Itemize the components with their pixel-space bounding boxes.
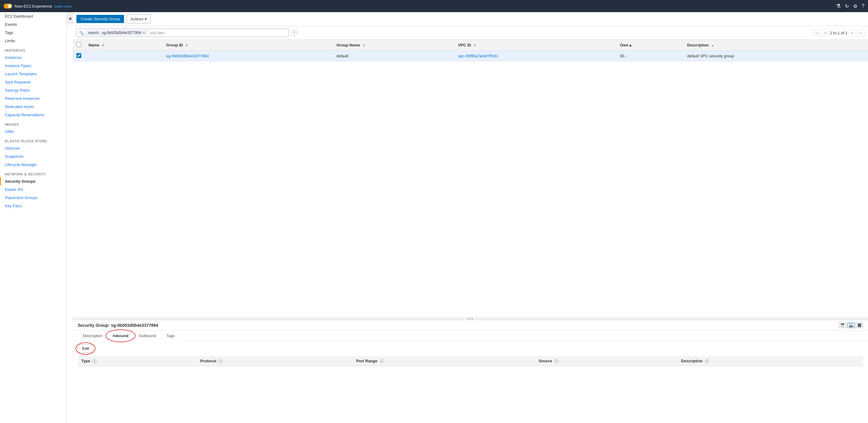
type-info-icon[interactable]: i xyxy=(93,359,97,364)
learn-more-link[interactable]: Learn more xyxy=(55,5,71,8)
col-description-label: Description xyxy=(687,43,709,47)
pagination-last[interactable]: ⏭ xyxy=(857,29,864,36)
table-row[interactable]: sg-0b003d5b4e3377894 default vpc-05f95a7… xyxy=(73,51,868,62)
tab-outbound[interactable]: Outbound xyxy=(133,331,161,341)
tab-tags[interactable]: Tags xyxy=(161,331,180,341)
sidebar-item-instance-types[interactable]: Instance Types xyxy=(0,62,66,70)
edit-button[interactable]: Edit xyxy=(78,344,93,353)
search-help-button[interactable]: ? xyxy=(291,30,297,36)
sort-group-id-icon[interactable]: ⇕ xyxy=(185,44,188,47)
vpc-id-link[interactable]: vpc-05f95a7a0ef7ff431 xyxy=(458,54,498,58)
sidebar-item-security-groups[interactable]: Security Groups xyxy=(0,177,66,185)
refresh-icon[interactable]: ↻ xyxy=(845,3,849,9)
row-name xyxy=(85,51,162,62)
new-experience-toggle[interactable] xyxy=(4,4,12,8)
resize-handle[interactable] xyxy=(73,318,868,320)
add-filter-label[interactable]: Add filter xyxy=(149,31,165,35)
section-label-network-security: NETWORK & SECURITY xyxy=(0,169,66,177)
detail-panel-header: Security Group: sg-0b003d5b4e3377894 xyxy=(73,320,868,331)
toolbar: Create Security Group Actions ▾ xyxy=(73,12,868,26)
sidebar-item-snapshots[interactable]: Snapshots xyxy=(0,152,66,160)
sidebar-item-instances[interactable]: Instances xyxy=(0,53,66,62)
port-range-info-icon[interactable]: i xyxy=(380,359,384,364)
sidebar-item-launch-templates[interactable]: Launch Templates xyxy=(0,70,66,78)
sidebar-item-volumes[interactable]: Volumes xyxy=(0,144,66,152)
search-box-container: 🔍 search : sg-0b003d5b4e3377894 ✕ Add fi… xyxy=(76,29,289,37)
row-group-name: default xyxy=(333,51,454,62)
detail-panel: Security Group: sg-0b003d5b4e3377894 Des… xyxy=(73,320,868,423)
pagination-first[interactable]: ⏮ xyxy=(813,29,820,36)
col-header-group-name: Group Name ⇕ xyxy=(333,40,454,51)
sidebar-item-limits[interactable]: Limits xyxy=(0,37,66,45)
top-bar: New EC2 Experience Learn more ⚗ ↻ ⚙ ? xyxy=(0,0,868,12)
sidebar-item-reserved-instances[interactable]: Reserved Instances xyxy=(0,94,66,102)
sidebar-item-elastic-ips[interactable]: Elastic IPs xyxy=(0,185,66,193)
tab-inbound[interactable]: Inbound xyxy=(108,331,133,341)
sort-vpc-id-icon[interactable]: ⇕ xyxy=(473,44,476,47)
main-layout: EC2 Dashboard Events Tags Limits INSTANC… xyxy=(0,12,868,423)
sort-description-icon[interactable]: ▲ xyxy=(711,44,714,47)
search-chip-close[interactable]: ✕ xyxy=(143,31,145,35)
top-icon-bar: ⚗ ↻ ⚙ ? xyxy=(836,3,864,9)
col-header-name: Name ⇕ xyxy=(85,40,162,51)
tab-description[interactable]: Description xyxy=(78,331,108,341)
pagination: ⏮ ◀ 1 to 1 of 1 ▶ ⏭ xyxy=(813,29,864,36)
inbound-col-protocol: Protocol i xyxy=(196,356,352,366)
svg-rect-2 xyxy=(849,324,853,325)
row-checkbox-cell xyxy=(73,51,85,62)
create-security-group-button[interactable]: Create Security Group xyxy=(76,15,124,23)
resize-dots xyxy=(468,318,473,319)
source-info-icon[interactable]: i xyxy=(554,359,559,364)
sidebar-item-key-pairs[interactable]: Key Pairs xyxy=(0,202,66,210)
description-info-icon[interactable]: i xyxy=(705,359,709,364)
sidebar-item-events[interactable]: Events xyxy=(0,20,66,29)
inbound-col-description: Description i xyxy=(677,356,863,366)
section-label-ebs: ELASTIC BLOCK STORE xyxy=(0,135,66,144)
pagination-prev[interactable]: ◀ xyxy=(821,29,829,36)
sidebar-collapse-button[interactable]: ◀ xyxy=(67,12,73,24)
search-chip[interactable]: search : sg-0b003d5b4e3377894 ✕ xyxy=(86,30,147,35)
col-vpc-id-label: VPC ID xyxy=(458,43,471,47)
row-vpc-id: vpc-05f95a7a0ef7ff431 xyxy=(454,51,616,62)
pagination-next[interactable]: ▶ xyxy=(848,29,856,36)
row-owner: 50... xyxy=(616,51,683,62)
view-icon-split-bottom[interactable] xyxy=(847,323,855,328)
sidebar-item-tags[interactable]: Tags xyxy=(0,29,66,37)
group-id-link[interactable]: sg-0b003d5b4e3377894 xyxy=(166,54,209,58)
svg-rect-0 xyxy=(841,324,844,325)
sidebar-item-lifecycle-manager[interactable]: Lifecycle Manager xyxy=(0,160,66,169)
sort-group-name-icon[interactable]: ⇕ xyxy=(363,44,365,47)
protocol-info-icon[interactable]: i xyxy=(219,359,223,364)
search-bar: 🔍 search : sg-0b003d5b4e3377894 ✕ Add fi… xyxy=(73,26,868,40)
sidebar-item-savings-plans[interactable]: Savings Plans xyxy=(0,86,66,94)
col-group-name-label: Group Name xyxy=(336,43,360,47)
view-icon-full[interactable] xyxy=(856,323,863,328)
search-input[interactable] xyxy=(166,31,286,35)
settings-icon[interactable]: ⚙ xyxy=(853,3,857,9)
brand: New EC2 Experience xyxy=(4,4,52,8)
col-name-label: Name xyxy=(89,43,99,47)
brand-label: New EC2 Experience xyxy=(14,4,52,8)
security-groups-table: Name ⇕ Group ID ⇕ Group Name ⇕ VPC ID xyxy=(73,40,868,62)
sidebar-item-spot-requests[interactable]: Spot Requests xyxy=(0,78,66,86)
detail-panel-title: Security Group: sg-0b003d5b4e3377894 xyxy=(78,323,158,328)
inbound-col-type: Type i xyxy=(78,356,196,366)
flask-icon[interactable]: ⚗ xyxy=(836,3,841,9)
sidebar-item-capacity-reservations[interactable]: Capacity Reservations xyxy=(0,111,66,119)
col-owner-label: Own▲ xyxy=(620,43,632,47)
row-checkbox[interactable] xyxy=(76,53,81,58)
tabs-bar: Description Inbound Outbound Tags xyxy=(73,331,868,341)
sidebar-item-placement-groups[interactable]: Placement Groups xyxy=(0,193,66,202)
help-icon[interactable]: ? xyxy=(862,3,864,9)
inbound-col-port-range: Port Range i xyxy=(353,356,535,366)
select-all-checkbox[interactable] xyxy=(76,42,81,47)
sort-name-icon[interactable]: ⇕ xyxy=(102,44,104,47)
actions-button[interactable]: Actions ▾ xyxy=(126,14,151,23)
actions-label: Actions xyxy=(130,17,144,21)
sidebar-item-dedicated-hosts[interactable]: Dedicated Hosts xyxy=(0,102,66,111)
sidebar-item-ec2-dashboard[interactable]: EC2 Dashboard xyxy=(0,12,66,20)
col-header-owner: Own▲ xyxy=(616,40,683,51)
view-icon-split-top[interactable] xyxy=(839,323,846,328)
sidebar-item-amis[interactable]: AMIs xyxy=(0,127,66,135)
pagination-label: 1 to 1 of 1 xyxy=(830,31,847,35)
